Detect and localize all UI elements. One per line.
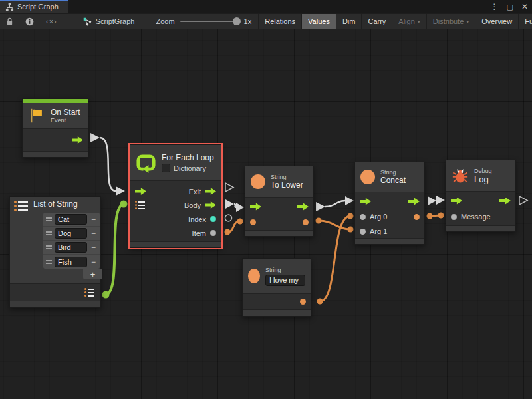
control-output-port[interactable] — [408, 198, 420, 205]
wire-cap-dot[interactable] — [348, 213, 354, 219]
control-output-port[interactable] — [297, 203, 309, 211]
remove-item-button[interactable]: − — [90, 229, 97, 238]
overview-button[interactable]: Overview — [475, 14, 518, 29]
node-list-of-string[interactable]: List of String Cat − Dog − B — [9, 196, 101, 308]
tab-script-graph[interactable]: Script Graph — [0, 0, 68, 13]
list-icon — [14, 201, 28, 211]
control-output-port[interactable] — [72, 136, 83, 144]
wire-onstart-to-foreach[interactable] — [100, 138, 116, 191]
control-input-port[interactable] — [451, 198, 462, 205]
item-output-port[interactable] — [210, 230, 216, 236]
tab-bar: Script Graph ⋮ ▢ ✕ — [0, 0, 532, 13]
node-title: To Lower — [271, 180, 303, 190]
graph-canvas[interactable]: On Start Event List of String — [0, 29, 532, 399]
zoom-control: Zoom 1x — [149, 14, 258, 29]
string-input-port[interactable] — [250, 219, 256, 225]
result-output-port[interactable] — [414, 214, 420, 220]
string-output-port[interactable] — [300, 299, 306, 305]
maximize-icon[interactable]: ▢ — [507, 3, 513, 11]
node-for-each-loop[interactable]: For Each Loop Dictionary Exit — [130, 144, 221, 248]
wire-cap-dot[interactable] — [348, 227, 354, 233]
string-type-icon — [251, 174, 265, 189]
unconnected-exit-marker[interactable] — [225, 183, 233, 192]
remove-item-button[interactable]: − — [90, 257, 97, 267]
dictionary-label: Dictionary — [174, 164, 206, 172]
relations-toggle[interactable]: Relations — [258, 14, 301, 29]
lock-button[interactable] — [0, 14, 19, 29]
wire-cap-triangle[interactable] — [90, 133, 100, 142]
inspect-button[interactable] — [19, 14, 40, 29]
node-header: List of String Cat − Dog − B — [10, 197, 100, 283]
graph-name-label: ScriptGraph — [96, 17, 135, 25]
index-port-label: Index — [188, 215, 206, 223]
node-ports — [243, 293, 311, 309]
node-to-lower[interactable]: String To Lower — [245, 166, 314, 237]
node-header: On Start Event — [23, 103, 88, 128]
message-input-port[interactable] — [451, 214, 457, 220]
align-dropdown[interactable]: Align ▾ — [392, 14, 426, 29]
node-title: Concat — [380, 176, 406, 185]
wire-cap-triangle[interactable] — [345, 196, 354, 205]
control-input-port[interactable] — [250, 203, 261, 211]
distribute-dropdown[interactable]: Distribute ▾ — [426, 14, 475, 29]
list-item-field[interactable]: Bird — [55, 242, 87, 253]
dim-toggle[interactable]: Dim — [336, 14, 362, 29]
arg0-input-port[interactable] — [360, 214, 366, 220]
arg1-port-label: Arg 1 — [370, 227, 387, 235]
list-input-port[interactable] — [135, 201, 145, 209]
node-string-literal[interactable]: String — [242, 258, 311, 317]
list-item-field[interactable]: Fish — [55, 257, 87, 267]
wire-tolower-to-concat[interactable] — [325, 201, 345, 207]
unconnected-log-exit-marker[interactable] — [519, 196, 527, 205]
list-item-field[interactable]: Dog — [55, 228, 87, 239]
chevron-down-icon: ▾ — [418, 19, 420, 25]
drag-handle-icon[interactable] — [46, 260, 52, 264]
add-item-button[interactable]: + — [83, 269, 102, 279]
node-concat[interactable]: String Concat Arg 0 Arg 1 — [354, 162, 425, 245]
string-output-port[interactable] — [303, 219, 309, 225]
flag-icon — [28, 107, 45, 124]
exit-output-port[interactable] — [205, 188, 216, 195]
code-preview-button[interactable]: ‹×› — [40, 14, 63, 29]
remove-item-button[interactable]: − — [90, 243, 97, 252]
node-on-start[interactable]: On Start Event — [22, 98, 88, 158]
drag-handle-icon[interactable] — [46, 231, 52, 235]
remove-item-button[interactable]: − — [90, 215, 97, 224]
wire-cap-triangle[interactable] — [428, 196, 436, 205]
control-input-port[interactable] — [360, 198, 371, 205]
wire-cap-triangle[interactable] — [316, 202, 325, 211]
wire-cap-dot[interactable] — [438, 213, 444, 219]
dictionary-checkbox[interactable] — [162, 164, 170, 172]
values-toggle[interactable]: Values — [301, 14, 336, 29]
arg1-input-port[interactable] — [360, 229, 366, 235]
list-item-field[interactable]: Cat — [55, 214, 87, 225]
node-debug-log[interactable]: Debug Log Message — [446, 160, 516, 232]
wire-cap-triangle[interactable] — [116, 186, 125, 196]
wire-cap-triangle[interactable] — [225, 200, 234, 209]
distribute-label: Distribute — [433, 17, 464, 25]
wire-cap-triangle[interactable] — [436, 196, 445, 205]
zoom-slider-handle[interactable] — [233, 17, 241, 25]
fullscreen-button[interactable]: Full Screen — [518, 14, 532, 29]
node-footer — [130, 241, 221, 247]
control-output-port[interactable] — [499, 198, 511, 205]
string-value-input[interactable] — [265, 275, 305, 286]
wire-cap-triangle[interactable] — [236, 203, 244, 212]
drag-handle-icon[interactable] — [46, 217, 52, 221]
wire-cap-dot[interactable] — [120, 201, 128, 208]
wire-cap-dot[interactable] — [237, 219, 243, 225]
list-output-port[interactable] — [84, 288, 94, 297]
wire-tolower-to-arg1[interactable] — [319, 221, 350, 229]
index-output-port[interactable] — [210, 216, 216, 222]
body-output-port[interactable] — [205, 201, 216, 209]
control-input-port[interactable] — [135, 188, 146, 195]
unconnected-index-marker[interactable] — [225, 215, 232, 221]
menu-icon[interactable]: ⋮ — [491, 2, 499, 11]
wire-list-to-foreach[interactable] — [106, 204, 124, 295]
zoom-slider[interactable] — [180, 21, 239, 22]
wire-body-to-tolower[interactable] — [234, 204, 236, 207]
drag-handle-icon[interactable] — [46, 245, 52, 249]
carry-toggle[interactable]: Carry — [361, 14, 392, 29]
close-icon[interactable]: ✕ — [521, 2, 528, 11]
graph-breadcrumb[interactable]: ScriptGraph — [78, 14, 140, 29]
